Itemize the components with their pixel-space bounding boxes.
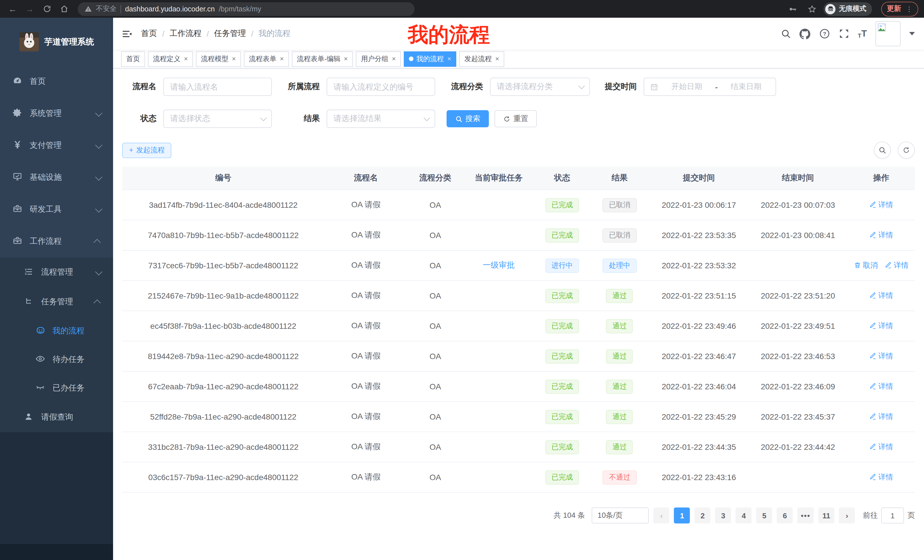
page-ellipsis[interactable]: ••• <box>798 508 814 524</box>
tab-发起流程[interactable]: 发起流程× <box>459 51 504 66</box>
sidebar-item-首页[interactable]: 首页 <box>0 66 113 97</box>
address-bar[interactable]: 不安全 dashboard.yudao.iocoder.cn/bpm/task/… <box>78 2 415 16</box>
result-select[interactable]: 请选择流结果 <box>327 109 435 128</box>
status-badge: 已完成 <box>545 349 579 363</box>
toggle-search-button[interactable] <box>874 142 891 159</box>
page-size-select[interactable]: 10条/页 <box>592 508 649 524</box>
sidebar-item-基础设施[interactable]: 基础设施 <box>0 162 113 193</box>
page-button-6[interactable]: 6 <box>777 508 793 524</box>
sidebar: 芋道管理系统 首页系统管理支付管理基础设施研发工具工作流程流程管理任务管理我的流… <box>0 18 113 560</box>
eye-closed-icon <box>35 382 45 392</box>
browser-back-icon[interactable]: ← <box>6 2 20 16</box>
action-cancel-link[interactable]: 取消 <box>854 260 878 271</box>
action-detail-link[interactable]: 详情 <box>869 290 893 301</box>
action-detail-link[interactable]: 详情 <box>869 472 893 482</box>
breadcrumb-item[interactable]: 任务管理 <box>214 28 246 39</box>
font-size-icon[interactable]: TT <box>858 28 867 39</box>
search-icon[interactable] <box>780 28 791 39</box>
sidebar-item-工作流程[interactable]: 工作流程 <box>0 226 113 258</box>
security-label[interactable]: 不安全 <box>96 4 117 14</box>
status-badge: 进行中 <box>545 258 579 273</box>
key-icon[interactable] <box>788 4 797 13</box>
close-icon[interactable]: × <box>447 55 451 63</box>
category-select[interactable]: 请选择流程分类 <box>490 78 590 96</box>
sidebar-item-我的流程[interactable]: 我的流程 <box>0 317 113 345</box>
action-detail-link[interactable]: 详情 <box>869 442 893 452</box>
help-icon[interactable]: ? <box>819 28 830 39</box>
tab-首页[interactable]: 首页 <box>121 51 145 66</box>
tab-流程表单-编辑[interactable]: 流程表单-编辑× <box>292 51 353 66</box>
sidebar-item-已办任务[interactable]: 已办任务 <box>0 374 113 403</box>
bookmark-star-icon[interactable] <box>807 4 817 13</box>
close-icon[interactable]: × <box>344 55 348 63</box>
tab-流程表单[interactable]: 流程表单× <box>244 51 289 66</box>
sidebar-item-请假查询[interactable]: 请假查询 <box>0 403 113 432</box>
tab-流程定义[interactable]: 流程定义× <box>148 51 193 66</box>
github-icon[interactable] <box>800 28 810 39</box>
search-button[interactable]: 搜索 <box>447 110 489 127</box>
browser-update-button[interactable]: 更新 ⋮ <box>881 1 918 16</box>
prev-page-button[interactable]: ‹ <box>654 508 670 524</box>
status-select[interactable]: 请选择状态 <box>164 109 272 128</box>
tab-我的流程[interactable]: 我的流程× <box>404 51 456 66</box>
tab-流程模型[interactable]: 流程模型× <box>196 51 241 66</box>
sidebar-item-系统管理[interactable]: 系统管理 <box>0 97 113 130</box>
create-process-button[interactable]: + 发起流程 <box>122 142 172 158</box>
caret-down-icon[interactable] <box>909 32 915 35</box>
action-detail-link[interactable]: 详情 <box>869 321 893 331</box>
sidebar-item-任务管理[interactable]: 任务管理 <box>0 287 113 317</box>
close-icon[interactable]: × <box>280 55 284 63</box>
fullscreen-icon[interactable] <box>838 28 849 39</box>
sidebar-item-支付管理[interactable]: 支付管理 <box>0 130 113 162</box>
next-page-button[interactable]: › <box>839 508 855 524</box>
fold-menu-icon[interactable] <box>122 29 132 39</box>
action-detail-link[interactable]: 详情 <box>869 381 893 392</box>
url-host[interactable]: dashboard.yudao.iocoder.cn <box>125 5 215 13</box>
page-button-1[interactable]: 1 <box>674 508 690 524</box>
cell-status: 已完成 <box>534 311 590 341</box>
avatar[interactable] <box>876 21 901 46</box>
close-icon[interactable]: × <box>392 55 396 63</box>
action-detail-link[interactable]: 详情 <box>869 351 893 361</box>
page-button-11[interactable]: 11 <box>818 508 834 524</box>
sidebar-item-待办任务[interactable]: 待办任务 <box>0 345 113 374</box>
cell-task <box>463 432 534 462</box>
table-row: 2152467e-7b9b-11ec-9a1b-acde48001122OA 请… <box>122 281 915 311</box>
dashboard-icon <box>13 76 22 85</box>
result-badge: 通过 <box>606 349 633 363</box>
submit-time-daterange[interactable]: 开始日期 - 结束日期 <box>644 78 776 96</box>
refresh-table-button[interactable] <box>898 142 915 159</box>
cell-submit-time: 2022-01-22 23:45:29 <box>650 401 748 432</box>
page-button-3[interactable]: 3 <box>715 508 731 524</box>
process-name-input[interactable] <box>164 78 272 96</box>
action-detail-link[interactable]: 详情 <box>869 200 893 210</box>
security-warning-icon[interactable] <box>84 5 92 13</box>
browser-home-icon[interactable] <box>57 2 71 16</box>
breadcrumb-item[interactable]: 工作流程 <box>170 28 202 39</box>
action-detail-link[interactable]: 详情 <box>869 412 893 422</box>
sidebar-item-流程管理[interactable]: 流程管理 <box>0 258 113 287</box>
page-button-5[interactable]: 5 <box>756 508 772 524</box>
sidebar-collapse-bar[interactable] <box>0 544 113 560</box>
cell-id: 3ad174fb-7b9d-11ec-8404-acde48001122 <box>122 190 324 220</box>
url-path[interactable]: /bpm/task/my <box>219 5 261 13</box>
action-detail-link[interactable]: 详情 <box>885 260 909 271</box>
browser-reload-icon[interactable] <box>40 2 54 16</box>
process-definition-input[interactable] <box>327 78 435 96</box>
tab-label: 我的流程 <box>416 54 444 64</box>
goto-page-input[interactable] <box>881 508 904 524</box>
breadcrumb-item[interactable]: 首页 <box>141 28 157 39</box>
sidebar-item-研发工具[interactable]: 研发工具 <box>0 193 113 226</box>
page-button-4[interactable]: 4 <box>736 508 752 524</box>
task-link[interactable]: 一级审批 <box>483 260 515 270</box>
browser-forward-icon[interactable]: → <box>23 2 36 16</box>
action-detail-link[interactable]: 详情 <box>869 230 893 240</box>
close-icon[interactable]: × <box>232 55 236 63</box>
tab-用户分组[interactable]: 用户分组× <box>356 51 401 66</box>
reset-button[interactable]: 重置 <box>495 110 537 127</box>
top-navbar: 首页/工作流程/任务管理/我的流程 我的流程 ? TT <box>113 18 924 49</box>
kebab-menu-icon[interactable]: ⋮ <box>906 5 913 13</box>
close-icon[interactable]: × <box>495 55 499 63</box>
page-button-2[interactable]: 2 <box>695 508 711 524</box>
close-icon[interactable]: × <box>184 55 188 63</box>
